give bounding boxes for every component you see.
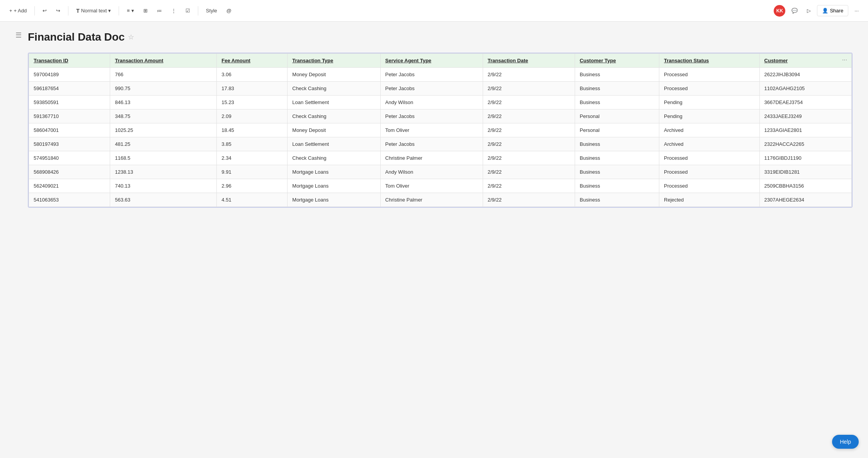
cell-4: Andy Wilson: [380, 96, 483, 109]
cell-2: 3.85: [217, 137, 288, 151]
redo-icon: ↪: [56, 8, 60, 14]
avatar: KK: [774, 5, 785, 17]
cell-1: 1238.13: [110, 165, 217, 179]
cell-3: Mortgage Loans: [288, 165, 381, 179]
style-button[interactable]: Style: [203, 6, 220, 15]
help-button[interactable]: Help: [832, 435, 859, 449]
share-button[interactable]: 👤 Share: [817, 5, 848, 16]
col-service-agent: Service Agent Type: [380, 54, 483, 68]
cell-0: 562409021: [29, 179, 110, 193]
redo-button[interactable]: ↪: [53, 6, 63, 15]
text-format-label: Normal text: [81, 8, 107, 14]
cell-6: Business: [575, 68, 659, 82]
cell-6: Business: [575, 137, 659, 151]
cell-4: Tom Oliver: [380, 123, 483, 137]
cell-8: 3667DEAEJ3754: [759, 96, 851, 109]
present-button[interactable]: ▷: [804, 6, 814, 15]
table-row: 5970041897663.06Money DepositPeter Jacob…: [29, 68, 852, 82]
list-number-button[interactable]: ⋮: [168, 6, 179, 15]
cell-7: Processed: [659, 151, 760, 165]
cell-3: Check Cashing: [288, 151, 381, 165]
toolbar: + + Add ↩ ↪ T Normal text ▾ ≡ ▾ ⊞ ≔ ⋮ ☑ …: [0, 0, 868, 22]
comment-button[interactable]: 💬: [788, 6, 801, 15]
divider-1: [34, 6, 35, 15]
align-button[interactable]: ≡ ▾: [124, 6, 137, 15]
col-transaction-type: Transaction Type: [288, 54, 381, 68]
cell-5: 2/9/22: [483, 165, 575, 179]
cell-5: 2/9/22: [483, 68, 575, 82]
cell-3: Money Deposit: [288, 68, 381, 82]
cell-0: 597004189: [29, 68, 110, 82]
cell-3: Mortgage Loans: [288, 193, 381, 207]
cell-1: 846.13: [110, 96, 217, 109]
comment-icon: 💬: [791, 8, 798, 14]
cell-8: 2622JIHJB3094: [759, 68, 851, 82]
at-button[interactable]: @: [223, 6, 235, 15]
list-bullet-icon: ≔: [157, 8, 162, 14]
present-icon: ▷: [807, 8, 811, 14]
table-row: 580197493481.253.85Loan SettlementPeter …: [29, 137, 852, 151]
cell-2: 4.51: [217, 193, 288, 207]
more-options-button[interactable]: ···: [851, 6, 862, 15]
doc-header-row: ☰ Financial Data Doc ☆ ··· Transaction I…: [15, 31, 853, 208]
list-number-icon: ⋮: [171, 8, 176, 14]
share-label: Share: [830, 8, 843, 14]
columns-icon: ⊞: [143, 8, 148, 14]
cell-4: Andy Wilson: [380, 165, 483, 179]
cell-8: 2307AHEGE2634: [759, 193, 851, 207]
cell-1: 766: [110, 68, 217, 82]
cell-0: 568908426: [29, 165, 110, 179]
cell-1: 563.63: [110, 193, 217, 207]
divider-3: [119, 6, 119, 15]
doc-title-area: Financial Data Doc ☆: [28, 31, 853, 43]
cell-8: 1176GIBDJ1190: [759, 151, 851, 165]
cell-0: 593850591: [29, 96, 110, 109]
add-label: + Add: [14, 8, 27, 14]
cell-8: 2433JAEEJ3249: [759, 109, 851, 123]
cell-5: 2/9/22: [483, 123, 575, 137]
more-options-icon: ···: [854, 8, 859, 14]
cell-4: Tom Oliver: [380, 179, 483, 193]
cell-2: 9.91: [217, 165, 288, 179]
checklist-button[interactable]: ☑: [182, 6, 193, 15]
cell-3: Money Deposit: [288, 123, 381, 137]
cell-7: Processed: [659, 82, 760, 96]
undo-icon: ↩: [43, 8, 47, 14]
cell-8: 1233AGIAE2801: [759, 123, 851, 137]
star-icon[interactable]: ☆: [128, 33, 134, 41]
cell-4: Peter Jacobs: [380, 68, 483, 82]
cell-0: 574951840: [29, 151, 110, 165]
cell-5: 2/9/22: [483, 193, 575, 207]
cell-7: Archived: [659, 137, 760, 151]
table-header-row: Transaction ID Transaction Amount Fee Am…: [29, 54, 852, 68]
outline-icon[interactable]: ☰: [15, 31, 22, 39]
doc-title: Financial Data Doc: [28, 31, 125, 43]
table-row: 5860470011025.2518.45Money DepositTom Ol…: [29, 123, 852, 137]
toolbar-right: KK 💬 ▷ 👤 Share ···: [774, 5, 862, 17]
text-format-button[interactable]: T Normal text ▾: [73, 6, 114, 15]
cell-4: Peter Jacobs: [380, 109, 483, 123]
add-button[interactable]: + + Add: [6, 6, 30, 15]
cell-4: Christine Palmer: [380, 151, 483, 165]
table-more-options[interactable]: ···: [842, 56, 847, 63]
financial-table: Transaction ID Transaction Amount Fee Am…: [29, 53, 852, 207]
col-transaction-status: Transaction Status: [659, 54, 760, 68]
cell-2: 15.23: [217, 96, 288, 109]
cell-5: 2/9/22: [483, 179, 575, 193]
table-row: 562409021740.132.96Mortgage LoansTom Oli…: [29, 179, 852, 193]
table-row: 5749518401168.52.34Check CashingChristin…: [29, 151, 852, 165]
undo-button[interactable]: ↩: [39, 6, 50, 15]
align-icon: ≡: [127, 8, 130, 14]
cell-3: Mortgage Loans: [288, 179, 381, 193]
col-fee-amount: Fee Amount: [217, 54, 288, 68]
cell-2: 2.96: [217, 179, 288, 193]
columns-button[interactable]: ⊞: [140, 6, 151, 15]
divider-2: [68, 6, 68, 15]
table-row: 593850591846.1315.23Loan SettlementAndy …: [29, 96, 852, 109]
table-row: 5689084261238.139.91Mortgage LoansAndy W…: [29, 165, 852, 179]
divider-4: [198, 6, 198, 15]
at-icon: @: [226, 8, 231, 14]
text-icon: T: [76, 8, 80, 14]
list-bullet-button[interactable]: ≔: [154, 6, 165, 15]
table-container: ··· Transaction ID Transaction Amount Fe…: [28, 53, 853, 208]
